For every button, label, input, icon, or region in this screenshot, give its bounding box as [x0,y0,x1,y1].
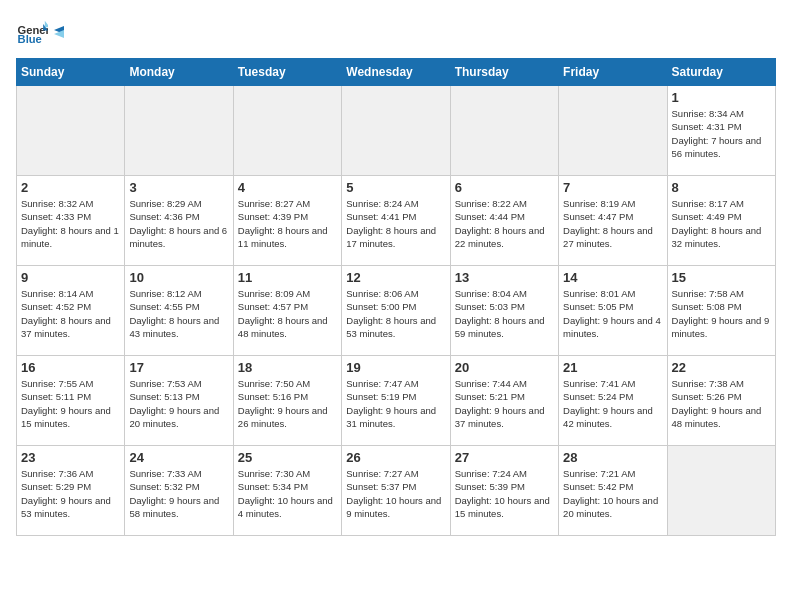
calendar-cell: 26Sunrise: 7:27 AMSunset: 5:37 PMDayligh… [342,446,450,536]
logo-icon: General Blue [16,16,48,48]
calendar-cell: 5Sunrise: 8:24 AMSunset: 4:41 PMDaylight… [342,176,450,266]
day-number: 13 [455,270,554,285]
day-of-week-header: Tuesday [233,59,341,86]
day-info: Sunrise: 8:06 AMSunset: 5:00 PMDaylight:… [346,287,445,340]
day-number: 9 [21,270,120,285]
calendar-cell: 19Sunrise: 7:47 AMSunset: 5:19 PMDayligh… [342,356,450,446]
calendar-cell: 12Sunrise: 8:06 AMSunset: 5:00 PMDayligh… [342,266,450,356]
day-info: Sunrise: 7:44 AMSunset: 5:21 PMDaylight:… [455,377,554,430]
calendar-cell: 13Sunrise: 8:04 AMSunset: 5:03 PMDayligh… [450,266,558,356]
day-info: Sunrise: 8:12 AMSunset: 4:55 PMDaylight:… [129,287,228,340]
day-info: Sunrise: 7:36 AMSunset: 5:29 PMDaylight:… [21,467,120,520]
day-info: Sunrise: 8:32 AMSunset: 4:33 PMDaylight:… [21,197,120,250]
calendar-cell [559,86,667,176]
day-number: 18 [238,360,337,375]
day-number: 25 [238,450,337,465]
day-number: 17 [129,360,228,375]
calendar-cell: 11Sunrise: 8:09 AMSunset: 4:57 PMDayligh… [233,266,341,356]
calendar-week-row: 2Sunrise: 8:32 AMSunset: 4:33 PMDaylight… [17,176,776,266]
calendar-cell: 2Sunrise: 8:32 AMSunset: 4:33 PMDaylight… [17,176,125,266]
calendar-cell [17,86,125,176]
day-info: Sunrise: 8:22 AMSunset: 4:44 PMDaylight:… [455,197,554,250]
day-number: 24 [129,450,228,465]
logo-chevron [54,26,74,42]
calendar-cell: 15Sunrise: 7:58 AMSunset: 5:08 PMDayligh… [667,266,775,356]
day-number: 16 [21,360,120,375]
day-number: 19 [346,360,445,375]
day-info: Sunrise: 7:30 AMSunset: 5:34 PMDaylight:… [238,467,337,520]
calendar-cell [450,86,558,176]
day-of-week-header: Monday [125,59,233,86]
day-number: 28 [563,450,662,465]
day-number: 3 [129,180,228,195]
day-info: Sunrise: 8:19 AMSunset: 4:47 PMDaylight:… [563,197,662,250]
day-info: Sunrise: 7:24 AMSunset: 5:39 PMDaylight:… [455,467,554,520]
logo: General Blue [16,16,74,48]
calendar-cell: 17Sunrise: 7:53 AMSunset: 5:13 PMDayligh… [125,356,233,446]
day-info: Sunrise: 8:29 AMSunset: 4:36 PMDaylight:… [129,197,228,250]
day-number: 1 [672,90,771,105]
day-info: Sunrise: 7:50 AMSunset: 5:16 PMDaylight:… [238,377,337,430]
calendar-week-row: 23Sunrise: 7:36 AMSunset: 5:29 PMDayligh… [17,446,776,536]
calendar-cell: 28Sunrise: 7:21 AMSunset: 5:42 PMDayligh… [559,446,667,536]
page-header: General Blue [16,16,776,48]
day-info: Sunrise: 8:17 AMSunset: 4:49 PMDaylight:… [672,197,771,250]
day-info: Sunrise: 7:58 AMSunset: 5:08 PMDaylight:… [672,287,771,340]
calendar-cell: 1Sunrise: 8:34 AMSunset: 4:31 PMDaylight… [667,86,775,176]
calendar-week-row: 9Sunrise: 8:14 AMSunset: 4:52 PMDaylight… [17,266,776,356]
calendar-header-row: SundayMondayTuesdayWednesdayThursdayFrid… [17,59,776,86]
day-info: Sunrise: 7:38 AMSunset: 5:26 PMDaylight:… [672,377,771,430]
day-info: Sunrise: 8:04 AMSunset: 5:03 PMDaylight:… [455,287,554,340]
calendar-cell: 20Sunrise: 7:44 AMSunset: 5:21 PMDayligh… [450,356,558,446]
calendar-cell: 23Sunrise: 7:36 AMSunset: 5:29 PMDayligh… [17,446,125,536]
day-number: 11 [238,270,337,285]
day-number: 21 [563,360,662,375]
day-number: 14 [563,270,662,285]
calendar-cell: 21Sunrise: 7:41 AMSunset: 5:24 PMDayligh… [559,356,667,446]
day-number: 26 [346,450,445,465]
day-of-week-header: Sunday [17,59,125,86]
day-number: 5 [346,180,445,195]
calendar-cell: 22Sunrise: 7:38 AMSunset: 5:26 PMDayligh… [667,356,775,446]
calendar-cell: 16Sunrise: 7:55 AMSunset: 5:11 PMDayligh… [17,356,125,446]
day-of-week-header: Wednesday [342,59,450,86]
calendar-cell: 27Sunrise: 7:24 AMSunset: 5:39 PMDayligh… [450,446,558,536]
calendar-cell: 9Sunrise: 8:14 AMSunset: 4:52 PMDaylight… [17,266,125,356]
day-of-week-header: Saturday [667,59,775,86]
calendar-week-row: 16Sunrise: 7:55 AMSunset: 5:11 PMDayligh… [17,356,776,446]
calendar-cell [342,86,450,176]
calendar-cell: 4Sunrise: 8:27 AMSunset: 4:39 PMDaylight… [233,176,341,266]
day-of-week-header: Thursday [450,59,558,86]
day-number: 10 [129,270,228,285]
day-info: Sunrise: 8:27 AMSunset: 4:39 PMDaylight:… [238,197,337,250]
day-number: 2 [21,180,120,195]
day-number: 8 [672,180,771,195]
day-info: Sunrise: 8:14 AMSunset: 4:52 PMDaylight:… [21,287,120,340]
calendar-cell: 6Sunrise: 8:22 AMSunset: 4:44 PMDaylight… [450,176,558,266]
calendar-cell: 8Sunrise: 8:17 AMSunset: 4:49 PMDaylight… [667,176,775,266]
calendar-cell: 10Sunrise: 8:12 AMSunset: 4:55 PMDayligh… [125,266,233,356]
day-info: Sunrise: 7:41 AMSunset: 5:24 PMDaylight:… [563,377,662,430]
day-info: Sunrise: 8:24 AMSunset: 4:41 PMDaylight:… [346,197,445,250]
day-number: 6 [455,180,554,195]
day-number: 23 [21,450,120,465]
day-info: Sunrise: 7:47 AMSunset: 5:19 PMDaylight:… [346,377,445,430]
day-info: Sunrise: 7:27 AMSunset: 5:37 PMDaylight:… [346,467,445,520]
day-info: Sunrise: 8:34 AMSunset: 4:31 PMDaylight:… [672,107,771,160]
day-number: 7 [563,180,662,195]
calendar-cell: 7Sunrise: 8:19 AMSunset: 4:47 PMDaylight… [559,176,667,266]
svg-text:Blue: Blue [18,33,42,45]
day-info: Sunrise: 7:21 AMSunset: 5:42 PMDaylight:… [563,467,662,520]
day-info: Sunrise: 8:01 AMSunset: 5:05 PMDaylight:… [563,287,662,340]
day-of-week-header: Friday [559,59,667,86]
day-number: 4 [238,180,337,195]
calendar-cell: 18Sunrise: 7:50 AMSunset: 5:16 PMDayligh… [233,356,341,446]
calendar-cell [233,86,341,176]
day-info: Sunrise: 7:55 AMSunset: 5:11 PMDaylight:… [21,377,120,430]
day-number: 15 [672,270,771,285]
calendar-cell: 14Sunrise: 8:01 AMSunset: 5:05 PMDayligh… [559,266,667,356]
day-number: 12 [346,270,445,285]
day-number: 20 [455,360,554,375]
calendar-cell [125,86,233,176]
calendar-cell: 3Sunrise: 8:29 AMSunset: 4:36 PMDaylight… [125,176,233,266]
